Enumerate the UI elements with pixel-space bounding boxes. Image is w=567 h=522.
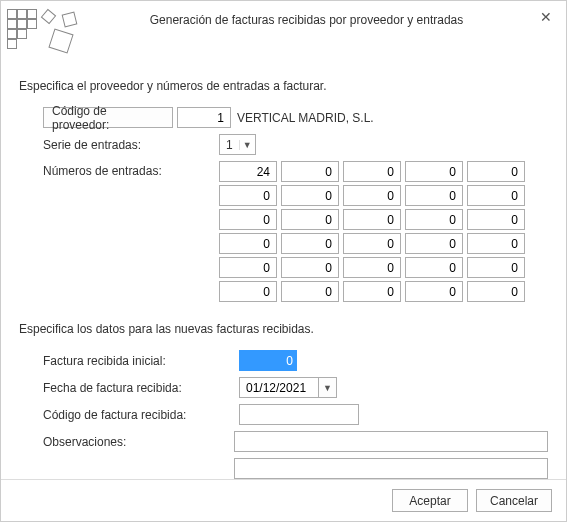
chevron-down-icon: ▼ [323, 383, 332, 393]
close-icon[interactable]: ✕ [536, 9, 556, 29]
number-input[interactable] [343, 209, 401, 230]
initial-invoice-label: Factura recibida inicial: [43, 354, 239, 368]
number-input[interactable] [343, 281, 401, 302]
section1-intro: Especifica el proveedor y números de ent… [19, 79, 548, 93]
number-input[interactable] [219, 281, 277, 302]
supplier-code-button[interactable]: Código de proveedor: [43, 107, 173, 128]
dialog-footer: Aceptar Cancelar [1, 479, 566, 521]
number-input[interactable] [467, 257, 525, 278]
number-input[interactable] [467, 281, 525, 302]
accept-button[interactable]: Aceptar [392, 489, 468, 512]
number-input[interactable] [281, 281, 339, 302]
number-input[interactable] [281, 257, 339, 278]
supplier-name: VERTICAL MADRID, S.L. [237, 111, 374, 125]
number-input[interactable] [281, 209, 339, 230]
number-input[interactable] [281, 161, 339, 182]
number-input[interactable] [467, 161, 525, 182]
number-input[interactable] [219, 233, 277, 254]
supplier-code-input[interactable] [177, 107, 231, 128]
number-input[interactable] [405, 281, 463, 302]
titlebar: Generación de facturas recibidas por pro… [1, 1, 566, 57]
number-input[interactable] [281, 185, 339, 206]
number-input[interactable] [343, 161, 401, 182]
invoice-date-input[interactable] [239, 377, 319, 398]
number-input[interactable] [343, 233, 401, 254]
number-input[interactable] [405, 185, 463, 206]
window-title: Generación de facturas recibidas por pro… [77, 9, 536, 27]
numbers-grid [219, 161, 525, 302]
series-label: Serie de entradas: [43, 138, 219, 152]
number-input[interactable] [343, 257, 401, 278]
number-input[interactable] [343, 185, 401, 206]
number-input[interactable] [219, 257, 277, 278]
date-dropdown-button[interactable]: ▼ [319, 377, 337, 398]
app-logo-icon [7, 9, 77, 59]
invoice-code-label: Código de factura recibida: [43, 408, 239, 422]
invoice-date-label: Fecha de factura recibida: [43, 381, 239, 395]
observations-input-1[interactable] [234, 431, 548, 452]
section2-intro: Especifica los datos para las nuevas fac… [19, 322, 548, 336]
number-input[interactable] [219, 161, 277, 182]
observations-input-2[interactable] [234, 458, 548, 479]
numbers-label: Números de entradas: [43, 161, 219, 178]
number-input[interactable] [467, 185, 525, 206]
series-value: 1 [220, 138, 239, 152]
number-input[interactable] [467, 209, 525, 230]
number-input[interactable] [405, 233, 463, 254]
chevron-down-icon: ▼ [239, 140, 255, 150]
observations-label: Observaciones: [43, 435, 234, 449]
number-input[interactable] [219, 209, 277, 230]
number-input[interactable] [467, 233, 525, 254]
series-dropdown[interactable]: 1 ▼ [219, 134, 256, 155]
number-input[interactable] [405, 209, 463, 230]
number-input[interactable] [219, 185, 277, 206]
number-input[interactable] [405, 161, 463, 182]
number-input[interactable] [405, 257, 463, 278]
initial-invoice-input[interactable] [239, 350, 297, 371]
number-input[interactable] [281, 233, 339, 254]
invoice-code-input[interactable] [239, 404, 359, 425]
cancel-button[interactable]: Cancelar [476, 489, 552, 512]
